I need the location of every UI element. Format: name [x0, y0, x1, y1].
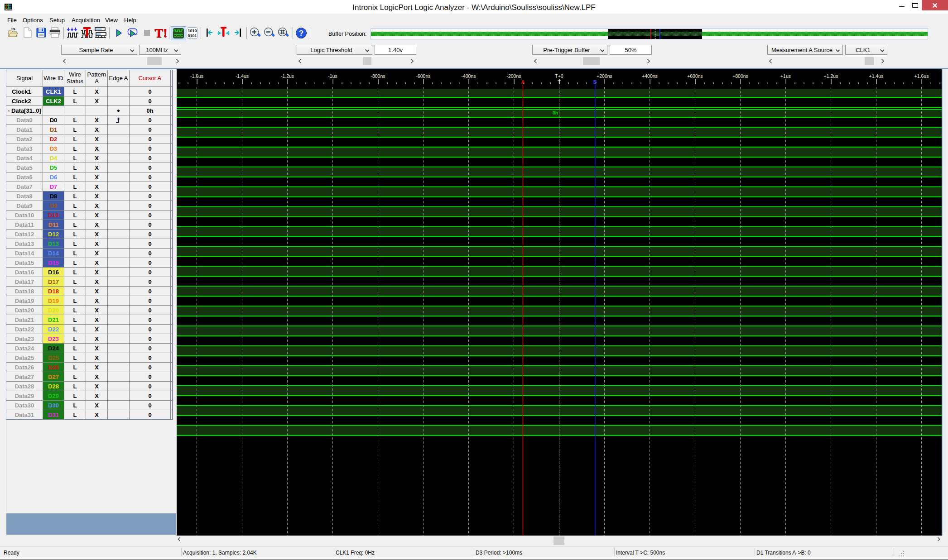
svg-text:+200ns: +200ns [597, 73, 612, 79]
svg-text:+1.4us: +1.4us [869, 73, 884, 79]
svg-text:A: A [521, 79, 525, 85]
svg-text:-600ns: -600ns [416, 73, 430, 79]
svg-text:-800ns: -800ns [371, 73, 385, 79]
svg-text:+800ns: +800ns [732, 73, 748, 79]
svg-text:?: ? [299, 29, 303, 38]
svg-text:+600ns: +600ns [687, 73, 703, 79]
svg-text:-1.4us: -1.4us [236, 73, 249, 79]
svg-text:-1.2us: -1.2us [281, 73, 294, 79]
svg-text:+1.2us: +1.2us [824, 73, 838, 79]
svg-text:0h: 0h [553, 110, 558, 115]
svg-text:-1us: -1us [328, 73, 337, 79]
svg-text:-1.6us: -1.6us [190, 73, 203, 79]
svg-text:T: T [558, 79, 561, 85]
svg-text:B: B [593, 79, 597, 85]
svg-text:T+0: T+0 [555, 73, 563, 79]
svg-text:-400ns: -400ns [461, 73, 476, 79]
svg-text:-200ns: -200ns [506, 73, 521, 79]
svg-text:+400ns: +400ns [642, 73, 658, 79]
svg-text:+1.6us: +1.6us [914, 73, 929, 79]
svg-text:+1us: +1us [780, 73, 791, 79]
